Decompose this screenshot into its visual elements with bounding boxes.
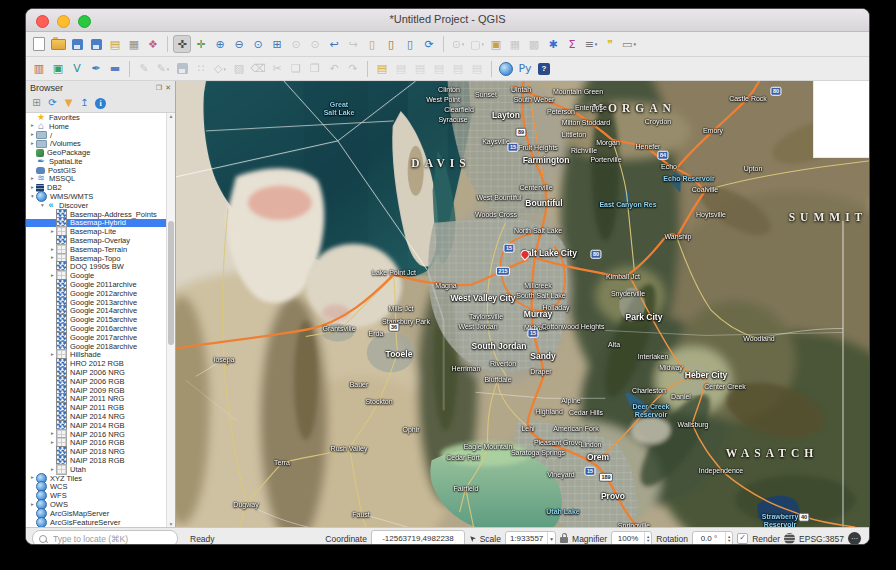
- tree-item-home[interactable]: ▸Home: [26, 122, 166, 131]
- tree-item-naip-2011-nrg[interactable]: NAIP 2011 NRG: [26, 395, 166, 404]
- tree-item-hillshade[interactable]: ▸Hillshade: [26, 351, 166, 360]
- title-bar[interactable]: *Untitled Project - QGIS: [26, 9, 869, 32]
- expand-arrow-icon[interactable]: ▸: [49, 273, 56, 279]
- tree-item-google-2017archive[interactable]: Google 2017archive: [26, 333, 166, 342]
- data-source-manager-button[interactable]: ▥: [30, 60, 48, 78]
- layer-labeling-button[interactable]: ▤: [373, 60, 391, 78]
- dropdown-caret-icon[interactable]: ▾: [633, 41, 636, 47]
- pan-map-button[interactable]: ✜: [173, 35, 191, 53]
- messages-icon[interactable]: ⋯: [848, 532, 861, 545]
- labeling-option-2-button[interactable]: ▤: [430, 60, 448, 78]
- tree-item-spatialite[interactable]: SpatiaLite: [26, 157, 166, 166]
- magnifier-spinner[interactable]: 100% ▴▾: [611, 531, 652, 546]
- expand-arrow-icon[interactable]: ▸: [49, 440, 56, 446]
- pan-to-selection-button[interactable]: ✛: [192, 35, 210, 53]
- tree-item-utah[interactable]: ▸Utah: [26, 465, 166, 474]
- crs-globe-icon[interactable]: [784, 533, 795, 544]
- expand-arrow-icon[interactable]: ▸: [49, 255, 56, 261]
- zoom-to-layer-button[interactable]: ⊙: [306, 35, 324, 53]
- tree-item-basemap-topo[interactable]: ▸Basemap-Topo: [26, 254, 166, 263]
- tree-item-google-2015archive[interactable]: Google 2015archive: [26, 315, 166, 324]
- cut-features-button[interactable]: ✂: [268, 60, 286, 78]
- tree-item-wcs[interactable]: WCS: [26, 482, 166, 491]
- current-edits-button[interactable]: ✎▾: [154, 60, 172, 78]
- zoom-last-button[interactable]: ↩: [325, 35, 343, 53]
- text-annotation-button[interactable]: ▭▾: [620, 35, 638, 53]
- tree-item-arcgismapserver[interactable]: ArcGisMapServer: [26, 509, 166, 518]
- new-virtual-layer-button[interactable]: ▬: [106, 60, 124, 78]
- tree-item-naip-2006-rgb[interactable]: NAIP 2006 RGB: [26, 377, 166, 386]
- redo-button[interactable]: ↷: [344, 60, 362, 78]
- new-geopackage-layer-button[interactable]: ▣: [49, 60, 67, 78]
- tree-item-ows[interactable]: ▸OWS: [26, 500, 166, 509]
- zoom-next-button[interactable]: ↪: [344, 35, 362, 53]
- expand-arrow-icon[interactable]: ▸: [49, 467, 56, 473]
- expand-arrow-icon[interactable]: ▸: [29, 123, 36, 129]
- tree-item-google-2014archive[interactable]: Google 2014archive: [26, 307, 166, 316]
- map-tips-button[interactable]: ❞: [601, 35, 619, 53]
- tree-item-google-2013archive[interactable]: Google 2013archive: [26, 298, 166, 307]
- toggle-editing-button[interactable]: ✎: [135, 60, 153, 78]
- tree-item-discover[interactable]: ▾Discover: [26, 201, 166, 210]
- spinner-arrows-icon[interactable]: ▴▾: [644, 532, 651, 546]
- tree-item-basemap-address-points[interactable]: Basemap-Address_Points: [26, 210, 166, 219]
- tree-item-naip-2018-nrg[interactable]: NAIP 2018 NRG: [26, 447, 166, 456]
- zoom-in-button[interactable]: ⊕: [211, 35, 229, 53]
- chevron-down-icon[interactable]: ▾: [547, 532, 555, 546]
- labeling-option-1-button[interactable]: ▤: [411, 60, 429, 78]
- style-manager-button[interactable]: ❖: [144, 35, 162, 53]
- refresh-browser-button[interactable]: ⟳: [45, 96, 60, 111]
- scrollbar-thumb[interactable]: [168, 221, 174, 345]
- help-button[interactable]: [535, 60, 553, 78]
- tree-item-geopackage[interactable]: GeoPackage: [26, 148, 166, 157]
- delete-selected-button[interactable]: ⌫: [249, 60, 267, 78]
- tree-item-naip-2016-rgb[interactable]: ▸NAIP 2016 RGB: [26, 438, 166, 447]
- coordinate-input[interactable]: [371, 530, 465, 546]
- scale-combo[interactable]: 1:933557 ▾: [505, 531, 556, 546]
- tree-item-basemap-overlay[interactable]: Basemap-Overlay: [26, 236, 166, 245]
- zoom-to-selection-button[interactable]: ⊙: [287, 35, 305, 53]
- expand-arrow-icon[interactable]: ▾: [29, 194, 36, 200]
- tree-item-google[interactable]: ▸Google: [26, 271, 166, 280]
- tree-item-wfs[interactable]: WFS: [26, 491, 166, 500]
- tree-item-arcgisfeatureserver[interactable]: ArcGisFeatureServer: [26, 518, 166, 527]
- project-save-as-button[interactable]: [87, 35, 105, 53]
- scroll-down-icon[interactable]: ▼: [167, 521, 175, 527]
- expand-arrow-icon[interactable]: ▸: [29, 176, 36, 182]
- dropdown-caret-icon[interactable]: ▾: [595, 41, 598, 47]
- tree-item-naip-2014-nrg[interactable]: NAIP 2014 NRG: [26, 412, 166, 421]
- tree-item-basemap-hybrid[interactable]: Basemap-Hybrid: [26, 219, 166, 228]
- expand-arrow-icon[interactable]: ▸: [49, 431, 56, 437]
- processing-toolbox-button[interactable]: ✱: [544, 35, 562, 53]
- tree-item-naip-2016-nrg[interactable]: ▸NAIP 2016 NRG: [26, 430, 166, 439]
- spinner-arrows-icon[interactable]: ▴▾: [725, 532, 732, 546]
- tree-scrollbar[interactable]: ▲ ▼: [166, 113, 175, 527]
- tree-item-naip-2009-rgb[interactable]: NAIP 2009 RGB: [26, 386, 166, 395]
- tree-item-basemap-terrain[interactable]: ▸Basemap-Terrain: [26, 245, 166, 254]
- select-features-button[interactable]: ▢▾: [468, 35, 486, 53]
- zoom-out-button[interactable]: ⊖: [230, 35, 248, 53]
- tree-item-google-2016archive[interactable]: Google 2016archive: [26, 324, 166, 333]
- new-print-layout-button[interactable]: ▤: [106, 35, 124, 53]
- python-console-button[interactable]: Py: [516, 60, 534, 78]
- show-bookmarks-button[interactable]: ▯: [382, 35, 400, 53]
- expand-arrow-icon[interactable]: ▸: [49, 352, 56, 358]
- tree-item-doq-1990s-bw[interactable]: DOQ 1990s BW: [26, 263, 166, 272]
- metasearch-button[interactable]: [497, 60, 515, 78]
- filter-browser-button[interactable]: ▼: [61, 96, 76, 111]
- tree-item-xyz-tiles[interactable]: ▸XYZ Tiles: [26, 474, 166, 483]
- browser-properties-button[interactable]: [93, 96, 108, 111]
- new-bookmark-button[interactable]: ▯: [363, 35, 381, 53]
- expand-arrow-icon[interactable]: ▸: [29, 141, 36, 147]
- locate-input[interactable]: [51, 533, 171, 545]
- expand-arrow-icon[interactable]: ▸: [29, 475, 36, 481]
- open-attribute-table-button[interactable]: ▦: [506, 35, 524, 53]
- zoom-full-button[interactable]: ⊞: [268, 35, 286, 53]
- expand-arrow-icon[interactable]: ▸: [29, 185, 36, 191]
- render-checkbox[interactable]: ✓: [737, 533, 748, 544]
- extents-toggle-icon[interactable]: ➤: [467, 533, 478, 544]
- float-panel-button[interactable]: ❐: [156, 84, 162, 91]
- tree-item-mssql[interactable]: ▸MSSQL: [26, 175, 166, 184]
- close-panel-button[interactable]: ✕: [165, 84, 171, 91]
- dropdown-caret-icon[interactable]: ▾: [167, 66, 170, 72]
